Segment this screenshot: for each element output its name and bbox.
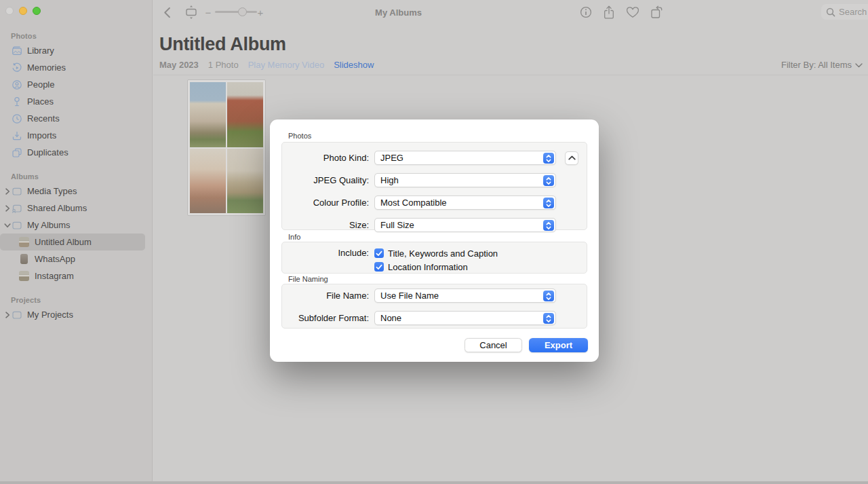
rotate-icon[interactable]	[649, 5, 664, 20]
subfolder-format-select[interactable]: None	[374, 311, 556, 325]
photos-app-window: Photos Library	[0, 0, 868, 484]
stepper-icon	[543, 175, 554, 186]
colour-profile-label: Colour Profile:	[282, 198, 369, 208]
search-input[interactable]	[839, 7, 868, 17]
stepper-icon	[543, 153, 554, 164]
content-header: Untitled Album	[159, 34, 868, 55]
photo-thumbnail[interactable]	[187, 79, 266, 216]
sidebar-item-people[interactable]: People	[0, 76, 145, 93]
sidebar-item-label: Library	[27, 45, 54, 56]
shared-folder-icon	[11, 202, 22, 214]
page-title: Untitled Album	[159, 34, 868, 55]
subfolder-format-value: None	[380, 313, 401, 323]
album-photo-count: 1 Photo	[208, 60, 239, 70]
filter-dropdown[interactable]: Filter By: All Items	[781, 60, 863, 70]
info-button[interactable]	[579, 5, 593, 19]
location-information-checkbox-row[interactable]: Location Information	[374, 260, 498, 274]
file-name-select[interactable]: Use File Name	[374, 288, 556, 303]
cancel-button[interactable]: Cancel	[465, 338, 522, 352]
sidebar-item-library[interactable]: Library	[0, 42, 145, 59]
colour-profile-row: Colour Profile: Most Compatible	[282, 191, 587, 214]
sidebar-item-label: Recents	[27, 113, 60, 124]
collapse-options-button[interactable]	[565, 151, 578, 165]
chevron-down-icon[interactable]	[3, 217, 12, 234]
title-keywords-caption-checkbox-row[interactable]: Title, Keywords and Caption	[374, 246, 498, 260]
jpeg-quality-select[interactable]: High	[374, 173, 556, 187]
folder-icon	[11, 219, 22, 231]
library-icon	[11, 45, 22, 56]
toolbar: − + My Albums	[153, 0, 868, 24]
sidebar-item-label: WhatsApp	[35, 254, 75, 264]
export-dialog: Photos Photo Kind: JPEG JPEG Quality: Hi…	[270, 119, 599, 362]
sidebar-item-whatsapp[interactable]: WhatsApp	[0, 250, 145, 267]
colour-profile-select[interactable]: Most Compatible	[374, 196, 556, 210]
stepper-icon	[543, 198, 554, 208]
checkbox-checked-icon[interactable]	[374, 262, 384, 272]
sidebar-item-imports[interactable]: Imports	[0, 127, 145, 144]
photo-kind-row: Photo Kind: JPEG	[282, 147, 587, 169]
photo-kind-select[interactable]: JPEG	[374, 151, 556, 165]
collage-image-4	[227, 149, 263, 214]
dialog-buttons: Cancel Export	[465, 338, 588, 352]
minimize-window-button[interactable]	[19, 7, 27, 15]
dialog-section-photos: Photos	[288, 132, 311, 140]
sidebar-item-recents[interactable]: Recents	[0, 110, 145, 127]
size-select[interactable]: Full Size	[374, 218, 556, 232]
traffic-lights	[5, 7, 41, 15]
sidebar-item-my-projects[interactable]: My Projects	[0, 306, 145, 323]
sidebar-item-label: People	[27, 79, 54, 90]
window-bottom-edge	[0, 481, 868, 484]
sidebar-item-shared-albums[interactable]: Shared Albums	[0, 200, 145, 217]
size-row: Size: Full Size	[282, 214, 587, 236]
folder-icon	[11, 309, 22, 320]
dialog-section-file-naming: File Naming	[288, 275, 328, 283]
imports-icon	[11, 130, 22, 141]
size-value: Full Size	[380, 220, 414, 230]
sidebar-section-albums: Albums	[0, 170, 152, 183]
file-naming-groupbox: File Name: Use File Name Subfolder Forma…	[281, 284, 587, 329]
toolbar-title-wrap: My Albums	[153, 0, 644, 24]
jpeg-quality-label: JPEG Quality:	[282, 175, 369, 185]
file-name-label: File Name:	[282, 291, 369, 301]
sidebar-item-instagram[interactable]: Instagram	[0, 267, 145, 284]
file-name-value: Use File Name	[380, 291, 439, 301]
sidebar-list: Photos Library	[0, 30, 152, 323]
stepper-icon	[543, 291, 554, 301]
export-button[interactable]: Export	[529, 338, 588, 352]
filter-label: Filter By: All Items	[781, 60, 852, 70]
sidebar-item-my-albums[interactable]: My Albums	[0, 217, 145, 234]
zoom-window-button[interactable]	[33, 7, 41, 15]
memories-icon	[11, 62, 22, 73]
colour-profile-value: Most Compatible	[380, 198, 447, 208]
close-window-button[interactable]	[5, 7, 14, 15]
favorite-heart-icon[interactable]	[625, 5, 640, 19]
sidebar-item-memories[interactable]: Memories	[0, 59, 145, 76]
include-label: Include:	[282, 246, 369, 274]
collage-image-2	[227, 82, 263, 147]
sidebar-item-duplicates[interactable]: Duplicates	[0, 144, 145, 161]
chevron-down-icon	[855, 63, 863, 68]
chevron-right-icon[interactable]	[3, 183, 12, 200]
play-memory-video-link[interactable]: Play Memory Video	[248, 60, 324, 70]
search-icon	[826, 7, 835, 17]
sidebar-item-places[interactable]: Places	[0, 93, 145, 110]
checkbox-checked-icon[interactable]	[374, 248, 384, 258]
share-icon[interactable]	[602, 5, 616, 20]
photos-groupbox: Photo Kind: JPEG JPEG Quality: High	[281, 142, 587, 230]
chevron-right-icon[interactable]	[3, 306, 12, 323]
stepper-icon	[543, 220, 554, 231]
slideshow-link[interactable]: Slideshow	[334, 60, 374, 70]
sidebar-item-label: My Projects	[27, 310, 73, 320]
sidebar-item-label: Duplicates	[27, 147, 68, 157]
duplicates-icon	[11, 147, 22, 158]
search-field[interactable]	[821, 4, 868, 20]
photo-kind-value: JPEG	[380, 153, 403, 163]
chevron-right-icon[interactable]	[3, 200, 12, 217]
album-thumbnail	[18, 253, 30, 265]
toolbar-title: My Albums	[375, 7, 422, 18]
checkbox-label: Location Information	[388, 262, 468, 272]
album-meta-row: May 2023 1 Photo Play Memory Video Slide…	[159, 60, 374, 70]
sidebar-item-untitled-album[interactable]: Untitled Album	[0, 234, 145, 250]
sidebar-item-label: Untitled Album	[35, 237, 92, 247]
sidebar-item-media-types[interactable]: Media Types	[0, 183, 145, 200]
